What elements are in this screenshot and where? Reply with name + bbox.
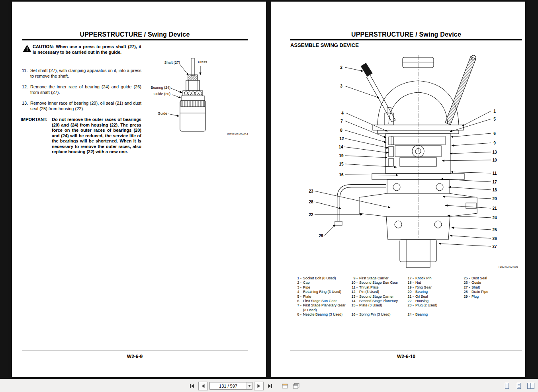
callout-leader-line (345, 121, 386, 138)
parts-list-item: 19 -Ring Gear (407, 285, 463, 290)
part-name: First Stage Sun Gear (303, 299, 337, 303)
part-name: Guide (471, 281, 481, 285)
parts-list-item: 4 -Retaining Ring (3 Used) (295, 290, 350, 294)
parts-list-item: 12 -Pin (3 Used) (351, 290, 407, 294)
pdf-viewer-toolbar: 131 / 597 (0, 379, 538, 392)
last-page-button[interactable] (265, 382, 275, 390)
page-dropdown-button[interactable] (247, 382, 252, 389)
header-rule (290, 39, 522, 41)
callout-leader-line (451, 172, 491, 173)
callout-number: 20 (492, 197, 497, 201)
part-number: 12 - (351, 290, 358, 294)
first-page-icon (190, 384, 194, 388)
label-shaft-27: Shaft (27) (151, 60, 180, 64)
open-window-button[interactable] (280, 382, 290, 390)
figure-reference: T152-03-02-006 (458, 265, 518, 268)
parts-list-item: 26 -Guide (463, 281, 519, 285)
part-number: 19 - (407, 285, 414, 290)
callout-leader-line (452, 143, 491, 146)
last-page-icon (268, 384, 272, 388)
part-number: 13 - (351, 294, 358, 299)
swing-device-assembly-diagram: 2347812141915162328222915691310111718202… (291, 53, 522, 275)
page-layout-controls (502, 379, 536, 392)
parts-list-item: 13 -Second Stage Carrier (351, 294, 407, 299)
parts-list-item: 10 -Second Stage Sun Gear (351, 281, 407, 285)
callout-number: 12 (339, 137, 344, 141)
part-name: Plug (471, 294, 479, 299)
page-number-field[interactable]: 131 / 597 (209, 382, 252, 390)
parts-list-item: 25 -Dust Seal (463, 276, 519, 281)
part-name: Plate (3 Used) (359, 303, 382, 308)
part-name: Plug (2 Used) (415, 303, 437, 308)
callout-number: 14 (338, 145, 343, 149)
parts-list-column-4: 25 -Dust Seal26 -Guide27 -Shaft28 -Drain… (463, 276, 519, 299)
parts-list-column-2: 9 -First Stage Carrier10 -Second Stage S… (351, 276, 407, 317)
part-number: 18 - (407, 281, 414, 285)
callout-number: 28 (309, 200, 313, 204)
window-icon (282, 383, 288, 389)
part-number (351, 308, 358, 312)
parts-list-item: 22 -Housing (407, 299, 463, 303)
press-removal-figure: Shaft (27) Press Bearing (24) Guide (26)… (147, 57, 251, 139)
part-number: 3 - (295, 285, 301, 290)
part-number: 11 - (351, 285, 358, 290)
step-text: Remove inner race of bearing (20), oil s… (30, 101, 141, 111)
part-name: First Stage Planetary Gear (303, 303, 346, 308)
press-figure-drawing (147, 57, 251, 139)
callout-leader-line (325, 224, 335, 236)
part-name: Spring Pin (3 Used) (359, 312, 391, 317)
first-page-button[interactable] (187, 382, 197, 390)
part-number: 22 - (407, 299, 414, 303)
part-name: Housing (415, 299, 428, 303)
part-name: Drain Pipe (471, 290, 488, 294)
single-page-view-icon (504, 383, 510, 389)
important-note: IMPORTANT: Do not remove the outer races… (21, 117, 142, 155)
next-page-button[interactable] (254, 382, 264, 390)
label-press: Press (198, 60, 207, 64)
part-name: Plate (303, 294, 311, 299)
parts-list-item: 20 -Bearing (407, 290, 463, 294)
callout-number: 15 (339, 162, 344, 166)
callout-number: 3 (340, 84, 342, 88)
parts-list-item: 28 -Drain Pipe (463, 290, 519, 294)
step-number: 13. (22, 101, 30, 111)
section-title: ASSEMBLE SWING DEVICE (290, 42, 359, 48)
callout-number: 19 (339, 154, 344, 158)
parts-list-item: 29 -Plug (463, 294, 519, 299)
callout-leader-line (345, 67, 363, 71)
callout-leader-line (346, 113, 387, 131)
callout-number: 16 (339, 173, 344, 177)
part-name: (3 Used) (303, 308, 317, 312)
cascade-windows-button[interactable] (291, 382, 301, 390)
procedure-step-12: 12. Remove the inner race of bearing (24… (22, 84, 142, 95)
page-navigation: 131 / 597 (187, 379, 301, 392)
facing-pages-view-button[interactable] (526, 382, 536, 390)
part-name: First Stage Carrier (359, 276, 389, 281)
page-number-value[interactable]: 131 / 597 (210, 384, 247, 388)
part-number: 26 - (463, 281, 470, 285)
callout-number: 26 (492, 236, 497, 241)
parts-list-item: 21 -Oil Seal (407, 294, 463, 299)
page-number-footer: W2-6-9 (22, 354, 248, 359)
callout-leader-line (345, 130, 386, 142)
next-page-icon (257, 384, 261, 388)
part-name: Thrust Plate (359, 285, 379, 290)
previous-page-icon (201, 384, 205, 388)
part-number (295, 308, 301, 312)
callout-leader-line (450, 152, 491, 154)
callout-leader-line (450, 119, 491, 132)
previous-page-button[interactable] (198, 382, 208, 390)
continuous-view-button[interactable] (514, 382, 524, 390)
part-name: Bearing (415, 290, 428, 294)
press-assembly-drawing (180, 58, 205, 131)
part-name: Cap (303, 281, 310, 285)
parts-list-item: 18 -Nut (407, 281, 463, 285)
part-name: Ring Gear (415, 285, 432, 290)
footer-rule (290, 351, 522, 351)
callout-number: 25 (492, 228, 497, 232)
parts-list-item: 9 -First Stage Carrier (351, 276, 407, 281)
single-page-view-button[interactable] (502, 382, 512, 390)
callout-leader-line (450, 236, 491, 238)
callout-number: 5 (493, 117, 496, 121)
overlapping-windows-icon (293, 383, 299, 389)
